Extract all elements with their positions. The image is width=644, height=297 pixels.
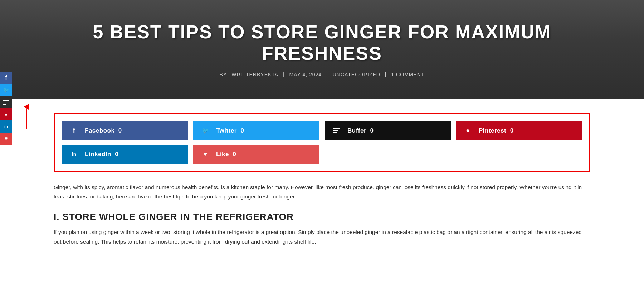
section1-heading: Store Whole Ginger in the Refrigerator <box>54 211 590 222</box>
section1-body: If you plan on using ginger within a wee… <box>54 227 590 246</box>
pinterest-btn-icon: ● <box>462 125 474 136</box>
page-title: 5 Best Tips to Store Ginger for Maximum … <box>72 21 572 64</box>
heart-icon: ♥ <box>4 135 8 142</box>
twitter-btn-icon: 🐦 <box>200 125 211 136</box>
sidebar-linkedin-button[interactable]: in <box>0 120 12 133</box>
sidebar-heart-button[interactable]: ♥ <box>0 133 12 145</box>
facebook-btn-label: Facebook 0 <box>85 127 122 134</box>
share-buttons-container: f Facebook 0 🐦 Twitter 0 Buffer 0 ● Pint… <box>54 113 590 172</box>
pinterest-btn-label: Pinterest 0 <box>479 127 514 134</box>
meta-category: UNCATEGORIZED <box>333 72 380 77</box>
twitter-btn-label: Twitter 0 <box>216 127 244 134</box>
empty-cell-1 <box>325 145 451 164</box>
buffer-icon <box>3 100 9 105</box>
sidebar-buffer-button[interactable] <box>0 96 12 108</box>
like-btn-label: Like 0 <box>216 151 236 158</box>
hero-section: 5 Best Tips to Store Ginger for Maximum … <box>0 0 644 99</box>
meta-sep2: | <box>326 72 328 77</box>
buffer-btn-label: Buffer 0 <box>347 127 374 134</box>
arrow-indicator <box>23 104 29 129</box>
twitter-share-button[interactable]: 🐦 Twitter 0 <box>193 121 319 140</box>
article-intro: Ginger, with its spicy, aromatic flavor … <box>54 183 590 202</box>
content-area: f Facebook 0 🐦 Twitter 0 Buffer 0 ● Pint… <box>0 99 644 261</box>
heart-btn-icon: ♥ <box>200 149 211 160</box>
meta-comments: 1 COMMENT <box>391 72 424 77</box>
sidebar-share-icons: f 🐦 ● in ♥ <box>0 72 12 145</box>
buffer-share-button[interactable]: Buffer 0 <box>325 121 451 140</box>
linkedin-share-button[interactable]: in LinkedIn 0 <box>62 145 188 164</box>
meta-by: BY <box>220 72 227 77</box>
facebook-share-button[interactable]: f Facebook 0 <box>62 121 188 140</box>
linkedin-btn-label: LinkedIn 0 <box>85 151 118 158</box>
facebook-btn-icon: f <box>68 125 80 136</box>
like-share-button[interactable]: ♥ Like 0 <box>193 145 319 164</box>
twitter-icon: 🐦 <box>3 87 9 93</box>
pinterest-share-button[interactable]: ● Pinterest 0 <box>456 121 582 140</box>
empty-cell-2 <box>456 145 582 164</box>
meta-date: MAY 4, 2024 <box>289 72 322 77</box>
meta-sep3: | <box>385 72 387 77</box>
linkedin-btn-icon: in <box>68 149 80 160</box>
facebook-icon: f <box>5 74 7 81</box>
buffer-btn-icon <box>331 125 342 136</box>
sidebar-facebook-button[interactable]: f <box>0 72 12 84</box>
pinterest-icon: ● <box>5 111 8 117</box>
sidebar-twitter-button[interactable]: 🐦 <box>0 84 12 96</box>
sidebar-pinterest-button[interactable]: ● <box>0 108 12 120</box>
post-meta: BY WRITTENBYEKTA | MAY 4, 2024 | UNCATEG… <box>72 72 572 77</box>
section1-heading-text: Store Whole Ginger in the Refrigerator <box>63 211 294 222</box>
linkedin-icon: in <box>4 124 8 129</box>
meta-sep1: | <box>283 72 285 77</box>
meta-author: WRITTENBYEKTA <box>231 72 278 77</box>
